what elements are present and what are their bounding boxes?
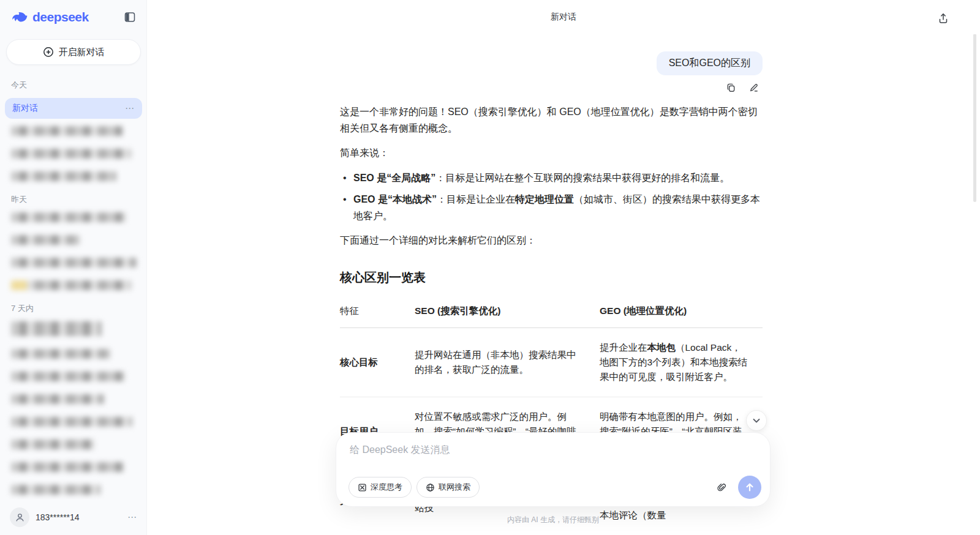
history-item-blurred[interactable] bbox=[11, 372, 125, 381]
history-item-blurred[interactable] bbox=[11, 462, 124, 472]
topbar: 新对话 bbox=[147, 0, 980, 34]
edit-pencil-icon bbox=[748, 83, 759, 93]
copy-icon bbox=[726, 83, 736, 93]
page-title: 新对话 bbox=[551, 12, 576, 23]
sidebar-collapse-icon[interactable] bbox=[123, 10, 137, 24]
history-item-blurred[interactable] bbox=[11, 485, 100, 495]
history-item-label: 新对话 bbox=[12, 103, 38, 114]
attach-file-button[interactable] bbox=[714, 479, 729, 495]
section-heading: 核心区别一览表 bbox=[340, 268, 763, 288]
send-button[interactable] bbox=[738, 476, 761, 499]
user-phone-number: 183******14 bbox=[36, 512, 121, 522]
user-more-icon[interactable]: ⋯ bbox=[127, 512, 137, 523]
deepseek-app: deepseek 开启新对话 今天新对话⋯昨天7 天内 183******14 … bbox=[0, 0, 980, 535]
history-section-label: 7 天内 bbox=[11, 303, 136, 314]
copy-message-button[interactable] bbox=[726, 83, 736, 93]
ai-disclaimer: 内容由 AI 生成，请仔细甄别 bbox=[336, 515, 771, 525]
history-item-blurred[interactable] bbox=[11, 394, 104, 404]
main-area: 新对话 SEO和GEO的区别 这是一个非常好的问题！SEO（搜索引擎 bbox=[147, 0, 980, 535]
sidebar-header: deepseek bbox=[0, 0, 147, 31]
share-icon bbox=[937, 12, 949, 24]
new-chat-label: 开启新对话 bbox=[59, 47, 105, 58]
scrollbar-thumb[interactable] bbox=[973, 34, 976, 202]
paragraph: 这是一个非常好的问题！SEO（搜索引擎优化）和 GEO（地理位置优化）是数字营销… bbox=[340, 104, 763, 137]
message-input[interactable] bbox=[349, 443, 764, 471]
history-item-blurred[interactable] bbox=[11, 349, 110, 359]
message-actions bbox=[340, 83, 759, 93]
assistant-message: 这是一个非常好的问题！SEO（搜索引擎优化）和 GEO（地理位置优化）是数字营销… bbox=[340, 104, 763, 288]
paperclip-icon bbox=[716, 482, 727, 493]
composer: 深度思考 联网搜索 bbox=[336, 432, 771, 507]
history-item-selected[interactable]: 新对话⋯ bbox=[5, 98, 142, 119]
user-account-row[interactable]: 183******14 ⋯ bbox=[0, 499, 147, 535]
web-search-toggle[interactable]: 联网搜索 bbox=[417, 477, 480, 498]
deep-think-label: 深度思考 bbox=[371, 482, 402, 493]
deep-think-icon bbox=[358, 483, 367, 492]
table-header-cell: SEO (搜索引擎优化) bbox=[415, 299, 600, 328]
edit-message-button[interactable] bbox=[748, 83, 759, 93]
history-item-blurred[interactable] bbox=[11, 171, 116, 181]
composer-toolbar: 深度思考 联网搜索 bbox=[349, 476, 761, 499]
new-chat-button[interactable]: 开启新对话 bbox=[6, 39, 141, 65]
deep-think-toggle[interactable]: 深度思考 bbox=[349, 477, 412, 498]
paragraph: 下面通过一个详细的对比来解析它们的区别： bbox=[340, 233, 763, 249]
history-item-blurred[interactable] bbox=[11, 280, 131, 290]
table-row: 核心目标提升网站在通用（非本地）搜索结果中的排名，获取广泛的流量。提升企业在本地… bbox=[340, 328, 763, 397]
bullet-item: GEO 是“本地战术”：目标是让企业在特定地理位置（如城市、街区）的搜索结果中获… bbox=[340, 192, 763, 224]
history-item-blurred[interactable] bbox=[11, 440, 94, 449]
logo-wordmark: deepseek bbox=[32, 10, 89, 24]
deepseek-logo[interactable]: deepseek bbox=[11, 10, 89, 24]
web-search-label: 联网搜索 bbox=[439, 482, 470, 493]
whale-icon bbox=[11, 10, 28, 24]
avatar bbox=[10, 507, 29, 527]
history-section-label: 昨天 bbox=[11, 194, 136, 205]
history-item-blurred[interactable] bbox=[11, 258, 137, 268]
scroll-to-bottom-button[interactable] bbox=[746, 410, 767, 431]
chevron-down-icon bbox=[752, 416, 761, 425]
arrow-up-icon bbox=[744, 482, 755, 493]
bullet-item: SEO 是“全局战略”：目标是让网站在整个互联网的搜索结果中获得更好的排名和流量… bbox=[340, 170, 763, 187]
table-header-cell: 特征 bbox=[340, 299, 415, 328]
chat-history-list: 今天新对话⋯昨天7 天内 bbox=[0, 67, 147, 499]
history-section-label: 今天 bbox=[11, 80, 136, 91]
feature-cell: 核心目标 bbox=[340, 328, 415, 397]
more-icon[interactable]: ⋯ bbox=[125, 105, 135, 111]
history-item-blurred[interactable] bbox=[11, 235, 80, 245]
seo-cell: 提升网站在通用（非本地）搜索结果中的排名，获取广泛的流量。 bbox=[415, 328, 600, 397]
sidebar: deepseek 开启新对话 今天新对话⋯昨天7 天内 183******14 … bbox=[0, 0, 147, 535]
plus-circle-icon bbox=[43, 47, 54, 58]
history-item-blurred[interactable] bbox=[11, 126, 123, 136]
history-item-blurred[interactable] bbox=[11, 149, 131, 159]
bullet-list: SEO 是“全局战略”：目标是让网站在整个互联网的搜索结果中获得更好的排名和流量… bbox=[340, 170, 763, 225]
paragraph: 简单来说： bbox=[340, 145, 763, 162]
history-item-blurred[interactable] bbox=[11, 417, 132, 427]
history-item-blurred[interactable] bbox=[11, 212, 126, 222]
geo-cell: 提升企业在本地包（Local Pack，地图下方的3个列表）和本地搜索结果中的可… bbox=[600, 328, 763, 397]
user-message-bubble: SEO和GEO的区别 bbox=[657, 51, 763, 75]
table-header-cell: GEO (地理位置优化) bbox=[600, 299, 763, 328]
history-item-blurred[interactable] bbox=[11, 321, 102, 336]
globe-icon bbox=[426, 483, 435, 492]
share-button[interactable] bbox=[936, 11, 951, 26]
